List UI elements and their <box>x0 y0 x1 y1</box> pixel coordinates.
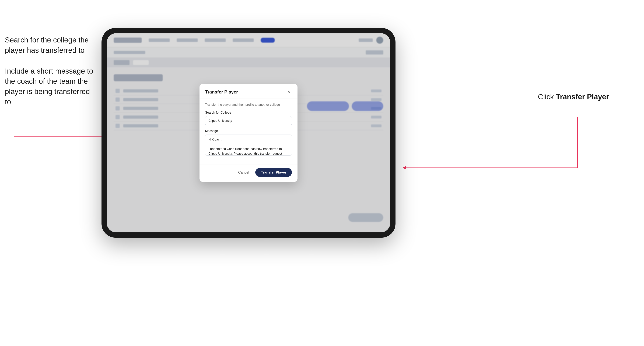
modal-footer: Cancel Transfer Player <box>200 164 298 182</box>
annotation-search-text: Search for the college the player has tr… <box>5 35 96 56</box>
modal-body: Transfer the player and their profile to… <box>200 99 298 164</box>
close-icon: × <box>287 89 290 95</box>
annotation-click-text: Click <box>538 93 554 101</box>
college-search-group: Search for College <box>205 111 292 125</box>
ipad-frame: Transfer Player × Transfer the player an… <box>102 28 396 238</box>
svg-marker-5 <box>402 166 406 170</box>
college-search-input[interactable] <box>205 116 292 125</box>
message-textarea[interactable] <box>205 135 292 156</box>
modal-close-button[interactable]: × <box>286 89 292 95</box>
annotation-message-text: Include a short message to the coach of … <box>5 66 96 107</box>
message-group: Message <box>205 129 292 156</box>
modal-overlay: Transfer Player × Transfer the player an… <box>107 33 390 232</box>
transfer-player-modal: Transfer Player × Transfer the player an… <box>200 84 298 182</box>
transfer-player-button[interactable]: Transfer Player <box>255 168 292 177</box>
ipad-screen: Transfer Player × Transfer the player an… <box>107 33 390 232</box>
modal-subtitle: Transfer the player and their profile to… <box>205 103 292 107</box>
cancel-button[interactable]: Cancel <box>235 168 252 176</box>
annotation-left: Search for the college the player has tr… <box>5 35 96 118</box>
modal-header: Transfer Player × <box>200 84 298 99</box>
modal-title: Transfer Player <box>205 89 238 95</box>
message-label: Message <box>205 129 292 133</box>
annotation-transfer-bold: Transfer Player <box>556 93 609 101</box>
annotation-right: Click Transfer Player <box>538 93 609 101</box>
college-label: Search for College <box>205 111 292 114</box>
